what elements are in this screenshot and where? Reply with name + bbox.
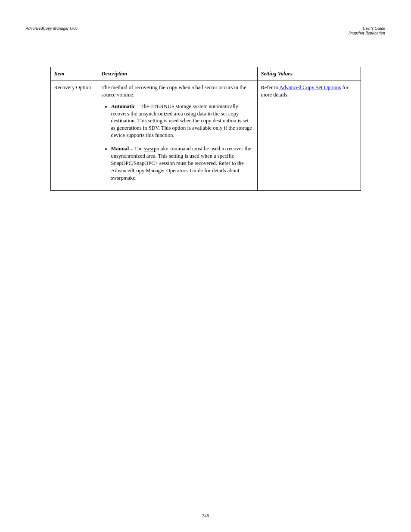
- page-header: AdvancedCopy Manager GUI User's Guide Sn…: [0, 26, 411, 35]
- page-number: 248: [0, 513, 411, 518]
- options-table: Item Description Setting Values Recovery…: [50, 67, 361, 191]
- table-header-row: Item Description Setting Values: [50, 67, 361, 81]
- underlined-word: swsrp: [144, 146, 156, 152]
- description-bullets: Automatic – The ETERNUS storage system a…: [102, 103, 254, 182]
- header-right-title: User's Guide: [363, 26, 385, 31]
- bullet-lead: Automatic: [111, 103, 135, 109]
- col-header-setting-values: Setting Values: [257, 67, 361, 81]
- bullet-manual: Manual – The swsrpmake command must be u…: [111, 145, 254, 181]
- header-left-title: AdvancedCopy Manager GUI: [26, 26, 78, 31]
- bullet-lead: Manual: [111, 146, 129, 152]
- cell-setting-values: Refer to Advanced Copy Set Options for m…: [257, 81, 361, 191]
- col-header-description: Description: [98, 67, 257, 81]
- bullet-sep: –: [135, 103, 140, 109]
- bullet-automatic: Automatic – The ETERNUS storage system a…: [111, 103, 254, 139]
- description-intro: The method of recovering the copy when a…: [102, 84, 254, 99]
- setting-prefix: Refer to: [261, 84, 280, 90]
- cell-description: The method of recovering the copy when a…: [98, 81, 257, 191]
- cell-item: Recovery Option: [50, 81, 98, 191]
- table-row: Recovery Option The method of recovering…: [50, 81, 361, 191]
- col-header-item: Item: [50, 67, 98, 81]
- bullet-sep: – The: [129, 146, 144, 152]
- header-right-sub: Snapshot Replication: [349, 31, 385, 35]
- advanced-copy-link[interactable]: Advanced Copy Set Options: [280, 84, 341, 90]
